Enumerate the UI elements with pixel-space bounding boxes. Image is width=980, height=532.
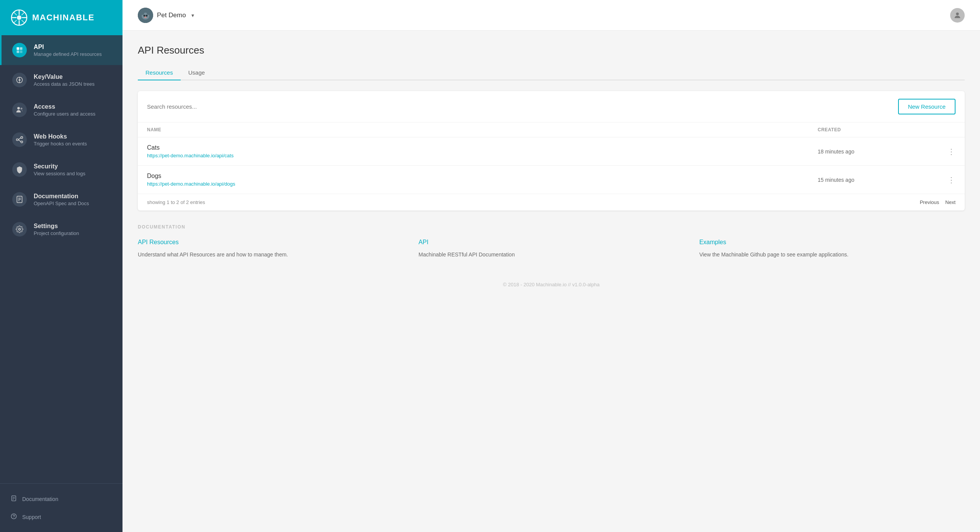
page-title: API Resources (138, 44, 965, 56)
column-created: CREATED (818, 127, 933, 132)
resource-url-dogs[interactable]: https://pet-demo.machinable.io/api/dogs (147, 181, 818, 187)
tabs: Resources Usage (138, 65, 965, 80)
resource-menu-cats[interactable]: ⋮ (933, 147, 956, 156)
sidebar: MACHINABLE API Manage defined API resour… (0, 0, 122, 532)
resource-name-dogs: Dogs (147, 173, 818, 180)
svg-rect-10 (17, 47, 20, 50)
svg-point-39 (147, 10, 150, 15)
sidebar-logo-text: MACHINABLE (32, 13, 95, 23)
svg-point-18 (17, 107, 20, 110)
table-row: Cats https://pet-demo.machinable.io/api/… (138, 137, 965, 166)
search-input[interactable] (147, 103, 892, 110)
doc-item-api: API Machinable RESTful API Documentation (418, 239, 684, 259)
svg-point-22 (21, 141, 23, 143)
doc-item-examples: Examples View the Machinable Github page… (699, 239, 965, 259)
tab-resources[interactable]: Resources (138, 65, 181, 80)
card-footer: showing 1 to 2 of 2 entries Previous Nex… (138, 194, 965, 211)
support-link[interactable]: Support (0, 508, 122, 526)
svg-point-19 (21, 108, 23, 109)
topbar: Pet Demo ▾ (122, 0, 980, 31)
svg-point-40 (144, 15, 145, 16)
card-toolbar: New Resource (138, 91, 965, 122)
doc-desc-api-resources: Understand what API Resources are and ho… (138, 250, 403, 259)
svg-line-9 (14, 20, 16, 23)
svg-point-20 (16, 139, 18, 141)
support-label: Support (22, 514, 41, 520)
sidebar-item-api-desc: Manage defined API resources (34, 51, 102, 57)
footer-copyright: © 2018 - 2020 Machinable.io // v1.0.0-al… (138, 274, 965, 295)
sidebar-item-webhooks-desc: Trigger hooks on events (34, 141, 87, 147)
documentation-icon (12, 192, 27, 207)
svg-point-42 (144, 16, 147, 18)
resource-created-cats: 18 minutes ago (818, 149, 933, 155)
svg-line-8 (22, 12, 24, 15)
sidebar-item-settings-label: Settings (34, 223, 79, 230)
table-header: NAME CREATED (138, 122, 965, 137)
sidebar-item-api[interactable]: API Manage defined API resources (0, 35, 122, 65)
pagination-previous[interactable]: Previous (920, 199, 939, 205)
resource-url-cats[interactable]: https://pet-demo.machinable.io/api/cats (147, 153, 818, 158)
settings-icon (12, 222, 27, 237)
svg-point-29 (19, 228, 21, 230)
sidebar-bottom: Documentation Support (0, 483, 122, 532)
svg-point-43 (956, 12, 959, 15)
doc-item-api-resources: API Resources Understand what API Resour… (138, 239, 403, 259)
sidebar-item-api-label: API (34, 44, 102, 51)
svg-rect-12 (17, 51, 20, 53)
entries-count: showing 1 to 2 of 2 entries (147, 199, 205, 205)
svg-point-1 (17, 15, 21, 20)
sidebar-item-security[interactable]: Security View sessions and logs (0, 155, 122, 184)
security-icon (12, 162, 27, 177)
pagination-next[interactable]: Next (945, 199, 956, 205)
project-selector[interactable]: Pet Demo ▾ (138, 8, 194, 23)
sidebar-item-security-desc: View sessions and logs (34, 171, 85, 176)
resource-created-dogs: 15 minutes ago (818, 177, 933, 183)
pagination: Previous Next (920, 199, 956, 205)
sidebar-logo: MACHINABLE (0, 0, 122, 35)
svg-point-38 (141, 10, 144, 15)
doc-grid: API Resources Understand what API Resour… (138, 239, 965, 259)
doc-section-title: DOCUMENTATION (138, 224, 965, 230)
sidebar-item-access[interactable]: Access Configure users and access (0, 95, 122, 125)
keyvalue-icon (12, 73, 27, 87)
doc-link-api[interactable]: API (418, 239, 684, 246)
svg-line-7 (22, 20, 24, 23)
table-row: Dogs https://pet-demo.machinable.io/api/… (138, 166, 965, 194)
sidebar-item-security-label: Security (34, 163, 85, 170)
svg-line-23 (18, 138, 21, 140)
resource-name-cats: Cats (147, 144, 818, 151)
resource-menu-dogs[interactable]: ⋮ (933, 175, 956, 184)
sidebar-item-documentation[interactable]: Documentation OpenAPI Spec and Docs (0, 184, 122, 214)
main-content: Pet Demo ▾ API Resources Resources Usage… (122, 0, 980, 532)
svg-point-21 (21, 137, 23, 139)
doc-link-examples[interactable]: Examples (699, 239, 965, 246)
new-resource-button[interactable]: New Resource (898, 99, 956, 114)
api-icon (12, 43, 27, 57)
doc-desc-api: Machinable RESTful API Documentation (418, 250, 684, 259)
webhooks-icon (12, 132, 27, 147)
svg-line-6 (14, 12, 16, 15)
project-chevron-icon: ▾ (191, 12, 194, 18)
sidebar-nav: API Manage defined API resources Key/Val… (0, 35, 122, 483)
sidebar-item-keyvalue[interactable]: Key/Value Access data as JSON trees (0, 65, 122, 95)
sidebar-item-settings[interactable]: Settings Project configuration (0, 214, 122, 244)
tab-usage[interactable]: Usage (181, 65, 212, 80)
sidebar-item-access-label: Access (34, 103, 95, 110)
access-icon (12, 103, 27, 117)
svg-point-35 (13, 517, 14, 518)
user-menu-button[interactable] (950, 8, 965, 23)
docs-bottom-label: Documentation (22, 496, 58, 502)
docs-bottom-link[interactable]: Documentation (0, 490, 122, 508)
resources-table: NAME CREATED Cats https://pet-demo.machi… (138, 122, 965, 194)
project-name: Pet Demo (157, 11, 186, 19)
svg-rect-13 (20, 51, 23, 53)
svg-rect-11 (20, 47, 23, 50)
sidebar-item-keyvalue-label: Key/Value (34, 73, 95, 80)
logo-icon (11, 9, 28, 26)
sidebar-item-documentation-desc: OpenAPI Spec and Docs (34, 201, 89, 206)
doc-section: DOCUMENTATION API Resources Understand w… (138, 224, 965, 259)
sidebar-item-webhooks[interactable]: Web Hooks Trigger hooks on events (0, 125, 122, 155)
sidebar-item-settings-desc: Project configuration (34, 230, 79, 236)
doc-link-api-resources[interactable]: API Resources (138, 239, 403, 246)
support-icon (11, 513, 17, 521)
